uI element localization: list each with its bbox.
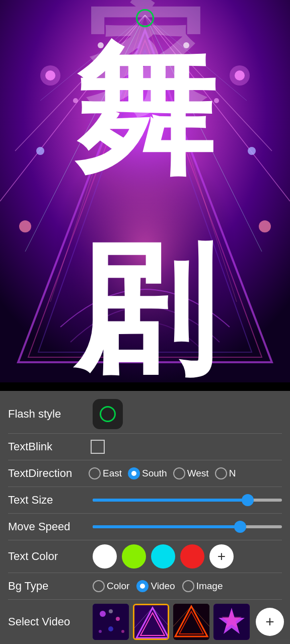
chinese-char-bottom: 剧 (75, 216, 215, 382)
flash-style-label: Flash style (8, 408, 89, 421)
text-size-slider[interactable] (93, 499, 282, 502)
direction-west-item[interactable]: West (173, 467, 209, 479)
top-indicator-circle (136, 9, 154, 27)
svg-rect-27 (93, 604, 129, 640)
select-video-row: Select Video (0, 600, 290, 644)
text-size-thumb[interactable] (242, 494, 254, 506)
text-blink-row: TextBlink (0, 434, 290, 460)
direction-south-label: South (142, 468, 167, 479)
bg-type-row: Bg Type Color Video Image (0, 573, 290, 599)
svg-point-33 (109, 609, 113, 613)
direction-n-radio[interactable] (215, 467, 227, 479)
color-swatch-red[interactable] (180, 544, 204, 569)
bg-type-color-radio[interactable] (93, 580, 105, 592)
svg-point-31 (99, 630, 102, 633)
direction-n-label: N (229, 468, 236, 479)
text-color-label: Text Color (8, 550, 89, 563)
video-thumb-3[interactable] (173, 604, 209, 640)
text-size-track (93, 499, 282, 502)
color-swatch-white[interactable] (93, 544, 117, 569)
direction-n-item[interactable]: N (215, 467, 236, 479)
direction-east-item[interactable]: East (89, 467, 122, 479)
move-speed-row: Move Speed (0, 514, 290, 540)
move-speed-slider[interactable] (93, 525, 282, 528)
bg-type-video-label: Video (151, 581, 175, 592)
move-speed-label: Move Speed (8, 520, 89, 533)
color-add-button[interactable]: + (209, 544, 234, 569)
flash-circle-icon (100, 406, 116, 422)
move-speed-fill (93, 525, 240, 528)
bg-type-image-label: Image (196, 581, 223, 592)
bg-type-color-label: Color (107, 581, 129, 592)
add-video-button[interactable]: + (256, 608, 284, 636)
main-screen: 舞 剧 家 Flash style TextBlink TextDirectio… (0, 0, 290, 644)
select-video-label: Select Video (8, 615, 89, 628)
svg-point-16 (40, 65, 60, 86)
svg-rect-39 (173, 604, 209, 640)
bg-type-color-item[interactable]: Color (93, 580, 129, 592)
color-swatch-green[interactable] (122, 544, 146, 569)
move-speed-thumb[interactable] (234, 521, 246, 533)
bg-type-image-item[interactable]: Image (182, 580, 223, 592)
bg-type-image-radio[interactable] (182, 580, 194, 592)
video-thumb-1[interactable] (93, 604, 129, 640)
text-blink-label: TextBlink (8, 440, 89, 453)
text-size-fill (93, 499, 248, 502)
svg-point-32 (121, 630, 124, 633)
direction-east-radio[interactable] (89, 467, 101, 479)
svg-point-22 (259, 220, 271, 232)
svg-point-28 (100, 611, 106, 617)
chinese-char-top: 舞 (75, 40, 215, 181)
text-color-row: Text Color + (0, 540, 290, 573)
video-background: 舞 剧 家 (0, 0, 290, 382)
bg-type-video-radio[interactable] (136, 580, 149, 592)
svg-point-29 (116, 617, 120, 621)
direction-west-radio[interactable] (173, 467, 185, 479)
text-direction-label: TextDirection (8, 467, 89, 480)
svg-point-18 (19, 220, 31, 232)
text-direction-options: East South West N (89, 467, 282, 479)
video-thumb-4[interactable] (213, 604, 250, 640)
text-size-row: Text Size (0, 487, 290, 513)
svg-point-21 (248, 147, 256, 155)
bg-type-video-item[interactable]: Video (136, 580, 175, 592)
video-thumbnails: + (93, 604, 284, 640)
video-thumb-2[interactable] (133, 604, 169, 640)
flash-style-toggle[interactable] (93, 399, 123, 429)
text-direction-row: TextDirection East South West N (0, 460, 290, 487)
direction-west-label: West (187, 468, 209, 479)
move-speed-track (93, 525, 282, 528)
svg-point-20 (230, 65, 250, 86)
controls-panel: Flash style TextBlink TextDirection East (0, 391, 290, 644)
direction-south-radio[interactable] (128, 467, 140, 479)
bg-type-options: Color Video Image (93, 580, 282, 592)
text-size-label: Text Size (8, 494, 89, 507)
svg-point-30 (108, 626, 113, 631)
direction-south-item[interactable]: South (128, 467, 167, 479)
svg-point-17 (36, 147, 44, 155)
direction-east-label: East (103, 468, 122, 479)
color-swatch-cyan[interactable] (151, 544, 175, 569)
text-color-swatches: + (93, 544, 282, 569)
flash-style-row: Flash style (0, 395, 290, 433)
text-blink-checkbox[interactable] (91, 440, 105, 454)
bg-type-label: Bg Type (8, 580, 89, 593)
